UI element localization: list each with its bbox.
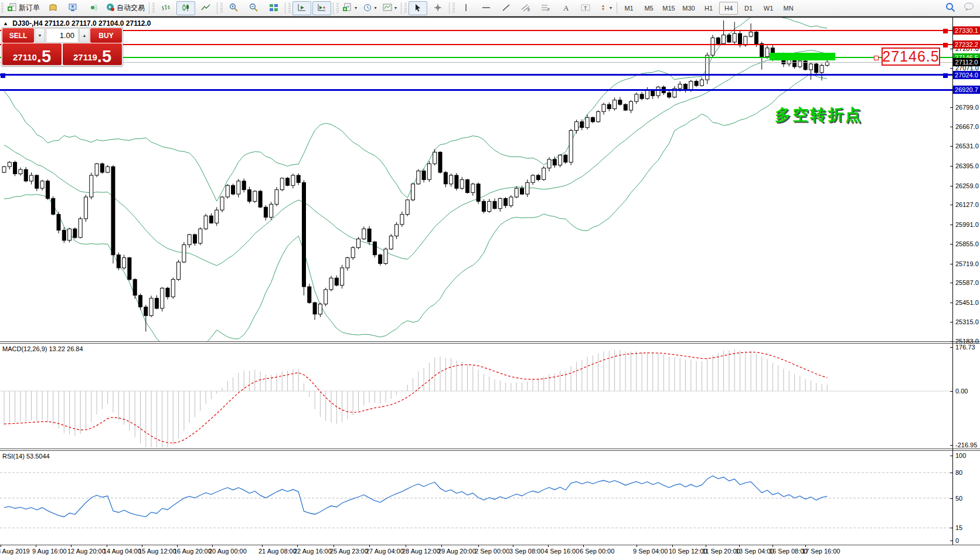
chat-icon[interactable] — [964, 2, 974, 13]
buy-button[interactable]: BUY — [90, 28, 122, 43]
timeframe-w1-button[interactable]: W1 — [759, 2, 778, 15]
auto-scroll-button[interactable] — [292, 1, 311, 15]
search-icon[interactable] — [945, 2, 955, 14]
time-axis-label: 12 Aug 20:00 — [67, 548, 106, 555]
chevron-down-icon: ▾ — [375, 5, 377, 11]
text-label-button[interactable]: T — [576, 1, 595, 15]
time-axis-label: 14 Aug 04:00 — [103, 548, 141, 555]
sell-button[interactable]: SELL — [2, 28, 34, 43]
arrows-button[interactable]: ▾ — [596, 1, 615, 15]
line-handle[interactable] — [874, 56, 879, 60]
horizontal-line-object[interactable] — [0, 44, 952, 45]
macd-canvas[interactable] — [0, 344, 980, 449]
toolbar-grip[interactable] — [1, 3, 4, 13]
axis-tick — [950, 127, 952, 127]
price-line-label: 27330.1 — [953, 26, 980, 35]
time-axis-tick — [369, 545, 370, 547]
history-center-button[interactable] — [43, 1, 62, 15]
toolbar-grip[interactable] — [152, 3, 155, 13]
time-axis-label: 21 Aug 08:00 — [258, 548, 297, 555]
axis-tick-label: 26799.0 — [955, 104, 980, 111]
toolbar-separator — [285, 2, 285, 14]
time-axis-tick — [334, 545, 334, 547]
chevron-down-icon: ▾ — [355, 5, 357, 11]
collapse-arrow-icon[interactable]: ▲ — [3, 21, 8, 26]
equidistant-channel-button[interactable]: E — [516, 1, 535, 15]
rsi-canvas[interactable] — [0, 451, 980, 544]
mt4-terminal-window: 新订单自动交易▾▾▾EFAT▾M1M5M15M30H1H4D1W1MN ▲ DJ… — [0, 0, 980, 557]
timeframe-h1-button[interactable]: H1 — [699, 2, 718, 15]
line-chart-button[interactable] — [196, 1, 215, 15]
toolbar-grip[interactable] — [404, 3, 407, 13]
timeframe-m1-button[interactable]: M1 — [620, 2, 638, 15]
axis-tick-label: 0.00 — [955, 388, 980, 395]
timeframe-m5-button[interactable]: M5 — [639, 2, 658, 15]
toolbar-grip[interactable] — [288, 3, 291, 13]
trendline-button[interactable] — [496, 1, 515, 15]
horizontal-line-object[interactable] — [0, 89, 952, 91]
timeframe-h4-button[interactable]: H4 — [719, 2, 738, 15]
horizontal-line-button[interactable] — [477, 1, 495, 15]
line-handle[interactable] — [943, 73, 948, 78]
toolbar-right — [945, 0, 974, 16]
autotrading-button[interactable]: 自动交易 — [103, 1, 147, 15]
cursor-button[interactable] — [409, 1, 427, 15]
line-handle[interactable] — [943, 43, 948, 47]
chart-shift-button[interactable] — [312, 1, 331, 15]
signals-button[interactable] — [83, 1, 102, 15]
zoom-in-button[interactable] — [224, 1, 243, 15]
book-icon — [49, 4, 57, 13]
toolbar-grip[interactable] — [336, 3, 339, 13]
buy-price-button[interactable]: 27119.5 — [63, 43, 122, 65]
indicators-button[interactable]: ▾ — [341, 1, 359, 15]
high-value: 27117.0 — [72, 19, 97, 28]
axis-tick-label: 26531.0 — [955, 142, 980, 150]
volume-input[interactable] — [46, 28, 79, 43]
toolbar-grip[interactable] — [220, 3, 223, 13]
autotrading-label: 自动交易 — [117, 3, 145, 13]
axis-tick-label: 0 — [955, 537, 980, 544]
timeframe-m15-button[interactable]: M15 — [659, 2, 678, 15]
tile-windows-button[interactable] — [264, 1, 283, 15]
volume-increase-button[interactable]: ▲ — [79, 28, 90, 43]
new-order-button[interactable]: 新订单 — [5, 1, 42, 15]
axis-tick-label: 25719.0 — [955, 260, 980, 267]
candle-chart-button[interactable] — [176, 1, 195, 15]
pane-separator[interactable] — [0, 449, 980, 451]
bar-chart-button[interactable] — [156, 1, 175, 15]
symbol-period-label: DJ30-,H4 — [12, 19, 42, 28]
time-axis-tick — [406, 545, 406, 547]
open-value: 27112.0 — [45, 19, 70, 28]
time-axis-tick — [773, 545, 773, 547]
axis-tick — [950, 541, 952, 541]
timeframe-d1-button[interactable]: D1 — [739, 2, 758, 15]
timeframe-m30-button[interactable]: M30 — [679, 2, 698, 15]
toolbar-grip[interactable] — [452, 3, 455, 13]
pane-separator[interactable] — [0, 341, 980, 344]
toolbar-separator — [449, 2, 450, 14]
horizontal-line-object[interactable] — [0, 30, 952, 31]
candles-icon — [181, 4, 190, 13]
fibonacci-button[interactable]: F — [536, 1, 555, 15]
time-axis-tick — [548, 545, 549, 547]
profiles-button[interactable] — [63, 1, 82, 15]
price-chart-canvas[interactable] — [0, 18, 980, 341]
price-text-object: 27146.5 — [882, 47, 940, 66]
sell-price-button[interactable]: 27110.5 — [2, 43, 62, 65]
line-handle[interactable] — [1, 73, 5, 78]
axis-tick — [950, 391, 952, 392]
horizontal-line-object[interactable] — [0, 62, 952, 63]
timeframe-mn-button[interactable]: MN — [779, 2, 798, 15]
axis-tick-label: 25991.0 — [955, 221, 980, 228]
horizontal-line-object[interactable] — [0, 74, 952, 76]
vertical-line-button[interactable] — [457, 1, 475, 15]
volume-decrease-button[interactable]: ▼ — [35, 28, 45, 43]
line-handle[interactable] — [943, 29, 948, 33]
crosshair-button[interactable] — [428, 1, 447, 15]
periods-button[interactable]: ▾ — [360, 1, 379, 15]
arrows-icon — [599, 4, 607, 13]
zoom-out-button[interactable] — [244, 1, 263, 15]
time-axis-label: 10 Sep 12:00 — [669, 548, 707, 555]
text-button[interactable]: A — [556, 1, 575, 15]
templates-button[interactable]: ▾ — [380, 1, 399, 15]
